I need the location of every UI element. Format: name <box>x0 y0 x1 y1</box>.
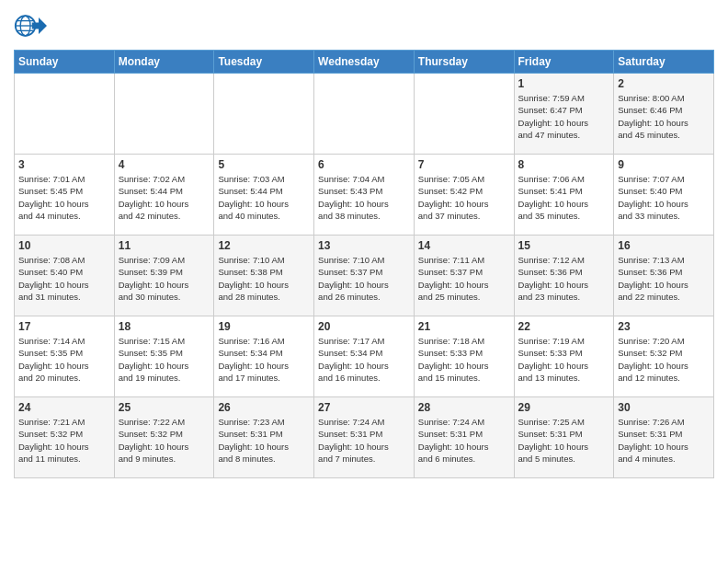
day-number: 26 <box>218 401 310 414</box>
calendar-cell: 13Sunrise: 7:10 AM Sunset: 5:37 PM Dayli… <box>314 236 415 316</box>
day-number: 4 <box>119 158 210 171</box>
day-number: 8 <box>518 158 610 171</box>
calendar-cell: 5Sunrise: 7:03 AM Sunset: 5:44 PM Daylig… <box>214 155 314 236</box>
day-info: Sunrise: 7:24 AM Sunset: 5:31 PM Dayligh… <box>418 416 510 465</box>
day-number: 1 <box>518 77 610 90</box>
weekday-header-row: SundayMondayTuesdayWednesdayThursdayFrid… <box>15 51 714 74</box>
day-number: 23 <box>618 320 710 333</box>
calendar-cell: 17Sunrise: 7:14 AM Sunset: 5:35 PM Dayli… <box>15 316 115 397</box>
calendar-cell: 6Sunrise: 7:04 AM Sunset: 5:43 PM Daylig… <box>314 155 415 236</box>
day-number: 10 <box>18 239 110 252</box>
week-row-5: 24Sunrise: 7:21 AM Sunset: 5:32 PM Dayli… <box>15 397 714 478</box>
day-number: 13 <box>318 239 410 252</box>
calendar: SundayMondayTuesdayWednesdayThursdayFrid… <box>14 50 714 478</box>
day-info: Sunrise: 7:13 AM Sunset: 5:36 PM Dayligh… <box>618 254 710 303</box>
day-info: Sunrise: 7:14 AM Sunset: 5:35 PM Dayligh… <box>18 335 110 384</box>
weekday-header-tuesday: Tuesday <box>214 51 314 74</box>
day-number: 25 <box>119 401 210 414</box>
day-number: 5 <box>218 158 310 171</box>
day-info: Sunrise: 7:04 AM Sunset: 5:43 PM Dayligh… <box>318 173 410 222</box>
day-number: 12 <box>218 239 310 252</box>
day-number: 2 <box>618 77 710 90</box>
calendar-cell: 23Sunrise: 7:20 AM Sunset: 5:32 PM Dayli… <box>614 316 714 397</box>
calendar-cell <box>214 74 314 155</box>
calendar-cell: 30Sunrise: 7:26 AM Sunset: 5:31 PM Dayli… <box>614 397 714 478</box>
day-number: 19 <box>218 320 310 333</box>
weekday-header-sunday: Sunday <box>15 51 115 74</box>
week-row-1: 1Sunrise: 7:59 AM Sunset: 6:47 PM Daylig… <box>15 74 714 155</box>
day-info: Sunrise: 7:20 AM Sunset: 5:32 PM Dayligh… <box>618 335 710 384</box>
day-number: 21 <box>418 320 510 333</box>
calendar-cell: 22Sunrise: 7:19 AM Sunset: 5:33 PM Dayli… <box>514 316 614 397</box>
calendar-cell: 27Sunrise: 7:24 AM Sunset: 5:31 PM Dayli… <box>314 397 415 478</box>
day-number: 3 <box>18 158 110 171</box>
day-number: 17 <box>18 320 110 333</box>
calendar-cell: 4Sunrise: 7:02 AM Sunset: 5:44 PM Daylig… <box>114 155 214 236</box>
day-number: 16 <box>618 239 710 252</box>
day-info: Sunrise: 7:19 AM Sunset: 5:33 PM Dayligh… <box>518 335 610 384</box>
day-info: Sunrise: 7:10 AM Sunset: 5:37 PM Dayligh… <box>318 254 410 303</box>
day-info: Sunrise: 7:12 AM Sunset: 5:36 PM Dayligh… <box>518 254 610 303</box>
day-number: 22 <box>518 320 610 333</box>
day-info: Sunrise: 7:21 AM Sunset: 5:32 PM Dayligh… <box>18 416 110 465</box>
day-info: Sunrise: 7:11 AM Sunset: 5:37 PM Dayligh… <box>418 254 510 303</box>
day-info: Sunrise: 7:10 AM Sunset: 5:38 PM Dayligh… <box>218 254 310 303</box>
day-number: 9 <box>618 158 710 171</box>
logo <box>14 9 51 42</box>
day-info: Sunrise: 7:59 AM Sunset: 6:47 PM Dayligh… <box>518 92 610 141</box>
day-info: Sunrise: 7:18 AM Sunset: 5:33 PM Dayligh… <box>418 335 510 384</box>
logo-icon <box>14 9 47 42</box>
day-info: Sunrise: 7:07 AM Sunset: 5:40 PM Dayligh… <box>618 173 710 222</box>
calendar-cell: 14Sunrise: 7:11 AM Sunset: 5:37 PM Dayli… <box>414 236 514 316</box>
calendar-cell <box>15 74 115 155</box>
day-number: 11 <box>119 239 210 252</box>
day-number: 24 <box>18 401 110 414</box>
week-row-4: 17Sunrise: 7:14 AM Sunset: 5:35 PM Dayli… <box>15 316 714 397</box>
weekday-header-thursday: Thursday <box>414 51 514 74</box>
day-number: 29 <box>518 401 610 414</box>
calendar-cell: 26Sunrise: 7:23 AM Sunset: 5:31 PM Dayli… <box>214 397 314 478</box>
day-number: 7 <box>418 158 510 171</box>
calendar-cell: 20Sunrise: 7:17 AM Sunset: 5:34 PM Dayli… <box>314 316 415 397</box>
calendar-cell: 12Sunrise: 7:10 AM Sunset: 5:38 PM Dayli… <box>214 236 314 316</box>
calendar-cell <box>314 74 415 155</box>
day-info: Sunrise: 7:05 AM Sunset: 5:42 PM Dayligh… <box>418 173 510 222</box>
day-info: Sunrise: 7:08 AM Sunset: 5:40 PM Dayligh… <box>18 254 110 303</box>
calendar-body: 1Sunrise: 7:59 AM Sunset: 6:47 PM Daylig… <box>15 74 714 478</box>
day-info: Sunrise: 7:09 AM Sunset: 5:39 PM Dayligh… <box>119 254 210 303</box>
day-info: Sunrise: 7:23 AM Sunset: 5:31 PM Dayligh… <box>218 416 310 465</box>
calendar-cell <box>114 74 214 155</box>
calendar-cell: 10Sunrise: 7:08 AM Sunset: 5:40 PM Dayli… <box>15 236 115 316</box>
calendar-cell: 21Sunrise: 7:18 AM Sunset: 5:33 PM Dayli… <box>414 316 514 397</box>
weekday-header-wednesday: Wednesday <box>314 51 415 74</box>
calendar-cell: 25Sunrise: 7:22 AM Sunset: 5:32 PM Dayli… <box>114 397 214 478</box>
day-info: Sunrise: 7:06 AM Sunset: 5:41 PM Dayligh… <box>518 173 610 222</box>
day-number: 28 <box>418 401 510 414</box>
weekday-header-monday: Monday <box>114 51 214 74</box>
day-info: Sunrise: 7:03 AM Sunset: 5:44 PM Dayligh… <box>218 173 310 222</box>
week-row-2: 3Sunrise: 7:01 AM Sunset: 5:45 PM Daylig… <box>15 155 714 236</box>
calendar-cell: 16Sunrise: 7:13 AM Sunset: 5:36 PM Dayli… <box>614 236 714 316</box>
day-info: Sunrise: 7:22 AM Sunset: 5:32 PM Dayligh… <box>119 416 210 465</box>
calendar-cell <box>414 74 514 155</box>
calendar-cell: 7Sunrise: 7:05 AM Sunset: 5:42 PM Daylig… <box>414 155 514 236</box>
calendar-cell: 2Sunrise: 8:00 AM Sunset: 6:46 PM Daylig… <box>614 74 714 155</box>
day-number: 18 <box>119 320 210 333</box>
day-number: 20 <box>318 320 410 333</box>
weekday-header-saturday: Saturday <box>614 51 714 74</box>
calendar-cell: 24Sunrise: 7:21 AM Sunset: 5:32 PM Dayli… <box>15 397 115 478</box>
day-info: Sunrise: 7:26 AM Sunset: 5:31 PM Dayligh… <box>618 416 710 465</box>
page: SundayMondayTuesdayWednesdayThursdayFrid… <box>0 0 728 563</box>
calendar-cell: 3Sunrise: 7:01 AM Sunset: 5:45 PM Daylig… <box>15 155 115 236</box>
day-number: 14 <box>418 239 510 252</box>
day-number: 6 <box>318 158 410 171</box>
header <box>14 9 714 42</box>
week-row-3: 10Sunrise: 7:08 AM Sunset: 5:40 PM Dayli… <box>15 236 714 316</box>
calendar-cell: 18Sunrise: 7:15 AM Sunset: 5:35 PM Dayli… <box>114 316 214 397</box>
day-info: Sunrise: 7:01 AM Sunset: 5:45 PM Dayligh… <box>18 173 110 222</box>
day-number: 30 <box>618 401 710 414</box>
calendar-cell: 15Sunrise: 7:12 AM Sunset: 5:36 PM Dayli… <box>514 236 614 316</box>
calendar-cell: 8Sunrise: 7:06 AM Sunset: 5:41 PM Daylig… <box>514 155 614 236</box>
calendar-cell: 9Sunrise: 7:07 AM Sunset: 5:40 PM Daylig… <box>614 155 714 236</box>
calendar-cell: 19Sunrise: 7:16 AM Sunset: 5:34 PM Dayli… <box>214 316 314 397</box>
